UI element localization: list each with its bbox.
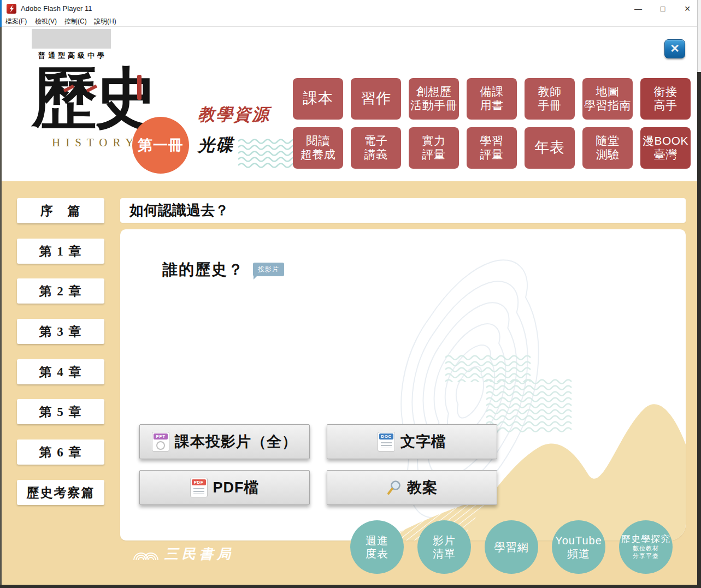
resource-button-activity-handbook[interactable]: 創想歷活動手冊 <box>409 78 459 120</box>
section-title: 如何認識過去？ <box>129 201 229 220</box>
window-border-left <box>0 0 2 27</box>
resource-button-lesson-prep-book[interactable]: 備課用書 <box>467 78 517 120</box>
publisher-brand: 三民書局 <box>133 545 234 563</box>
publisher-name: 三民書局 <box>164 545 234 563</box>
doc-file-icon: DOC <box>378 432 395 452</box>
resource-label: 習作 <box>361 90 391 108</box>
logo-subtitle: HISTORY <box>52 136 139 150</box>
minimize-button[interactable]: — <box>630 2 646 15</box>
resource-label: 實力 <box>422 134 446 148</box>
sidebar-item-intro[interactable]: 序 篇 <box>17 198 104 223</box>
close-window-button[interactable]: ✕ <box>679 2 696 15</box>
lesson-plan-button[interactable]: 教案 <box>327 470 497 505</box>
resource-button-ability-assessment[interactable]: 實力評量 <box>409 127 459 169</box>
resource-label: 課本 <box>303 90 333 108</box>
pdf-file-icon: PDF <box>190 478 208 497</box>
window-border-left <box>0 27 2 588</box>
window-titlebar: Adobe Flash Player 11 — □ ✕ <box>0 0 701 17</box>
text-file-button[interactable]: DOC 文字檔 <box>327 424 497 459</box>
resource-label: 備課 <box>480 85 504 99</box>
app-close-button[interactable]: ✕ <box>664 39 685 58</box>
volume-label: 第一冊 <box>138 135 184 155</box>
resource-button-quiz[interactable]: 隨堂測驗 <box>582 127 633 169</box>
resource-button-learning-assessment[interactable]: 學習評量 <box>467 127 517 169</box>
resource-label: 閱讀 <box>307 134 330 148</box>
san-min-arches-icon <box>133 548 159 560</box>
slides-all-button[interactable]: PPT 課本投影片（全） <box>139 424 310 459</box>
pdf-file-button[interactable]: PDF PDF檔 <box>139 470 310 505</box>
window-border-right <box>697 0 701 72</box>
slides-tag: 投影片 <box>253 263 284 276</box>
resource-tagline-2: 光碟 <box>198 134 234 157</box>
resource-label: 學習 <box>480 134 504 148</box>
flash-player-window: Adobe Flash Player 11 — □ ✕ 檔案(F) 檢視(V) … <box>0 0 701 588</box>
weekly-schedule-button[interactable]: 週進度表 <box>350 520 404 574</box>
menubar: 檔案(F) 檢視(V) 控制(C) 說明(H) <box>0 17 701 27</box>
magnifier-icon <box>386 480 402 495</box>
menu-help[interactable]: 說明(H) <box>94 17 116 26</box>
sidebar-item-chapter-3[interactable]: 第 3 章 <box>17 319 104 344</box>
resource-label: 電子 <box>364 134 388 148</box>
volume-badge: 第一冊 <box>132 117 189 174</box>
menu-file[interactable]: 檔案(F) <box>5 17 27 26</box>
maximize-button[interactable]: □ <box>655 2 671 15</box>
menu-control[interactable]: 控制(C) <box>64 17 87 26</box>
school-type-label: 普通型高級中學 <box>26 51 119 61</box>
stage-header: 普通型高級中學 ✕ 歷史 HISTORY 第一冊 教學資源 光碟 課本 習作 創… <box>0 27 701 181</box>
history-inquiry-platform-button[interactable]: 歷史學探究 數位教材 分享平臺 <box>619 520 673 574</box>
main-panel: 誰的歷史？ 投影片 PPT 課本投影片（全） DOC 文字檔 PDF <box>120 229 686 541</box>
resource-button-textbook[interactable]: 課本 <box>293 78 343 120</box>
resource-label: 銜接 <box>654 85 678 99</box>
resource-button-bridging-expert[interactable]: 銜接高手 <box>640 78 691 120</box>
resource-label: 創想歷 <box>416 85 452 99</box>
youtube-channel-button[interactable]: YouTube頻道 <box>552 520 605 574</box>
ppt-file-icon: PPT <box>152 432 169 452</box>
learning-site-button[interactable]: 學習網 <box>485 520 538 574</box>
resource-label: 教師 <box>538 85 562 99</box>
resource-button-reading-builder[interactable]: 閱讀超養成 <box>293 127 343 169</box>
sidebar-item-chapter-5[interactable]: 第 5 章 <box>17 399 104 424</box>
sidebar-item-chapter-1[interactable]: 第 1 章 <box>17 239 104 264</box>
resource-label: 年表 <box>535 139 565 157</box>
resource-button-teacher-manual[interactable]: 教師手冊 <box>525 78 575 120</box>
resource-label: 隨堂 <box>596 134 620 148</box>
menu-view[interactable]: 檢視(V) <box>35 17 57 26</box>
sidebar-item-chapter-2[interactable]: 第 2 章 <box>17 278 104 304</box>
sidebar-item-field-study[interactable]: 歷史考察篇 <box>17 480 104 505</box>
window-title: Adobe Flash Player 11 <box>21 4 92 13</box>
resource-tagline-1: 教學資源 <box>198 103 270 126</box>
logo-red-stroke-icon <box>137 75 142 100</box>
resource-button-e-lecture[interactable]: 電子講義 <box>351 127 401 169</box>
topic-title: 誰的歷史？ <box>162 259 244 280</box>
resource-button-comic-book-taiwan[interactable]: 漫BOOK臺灣 <box>640 127 691 169</box>
resource-button-workbook[interactable]: 習作 <box>351 78 401 120</box>
video-list-button[interactable]: 影片清單 <box>417 520 471 574</box>
section-header: 如何認識過去？ <box>120 198 686 223</box>
publisher-logo-placeholder <box>32 29 111 49</box>
resource-label: 地圖 <box>596 85 620 99</box>
desktop-edge <box>697 72 701 588</box>
sidebar-item-chapter-4[interactable]: 第 4 章 <box>17 359 104 384</box>
resource-button-timeline[interactable]: 年表 <box>525 127 575 169</box>
flash-icon <box>7 4 16 14</box>
sidebar-item-chapter-6[interactable]: 第 6 章 <box>17 439 104 465</box>
resource-button-map-study-guide[interactable]: 地圖學習指南 <box>582 78 633 120</box>
resource-label: 漫BOOK <box>643 134 688 148</box>
desktop-edge <box>0 585 701 588</box>
